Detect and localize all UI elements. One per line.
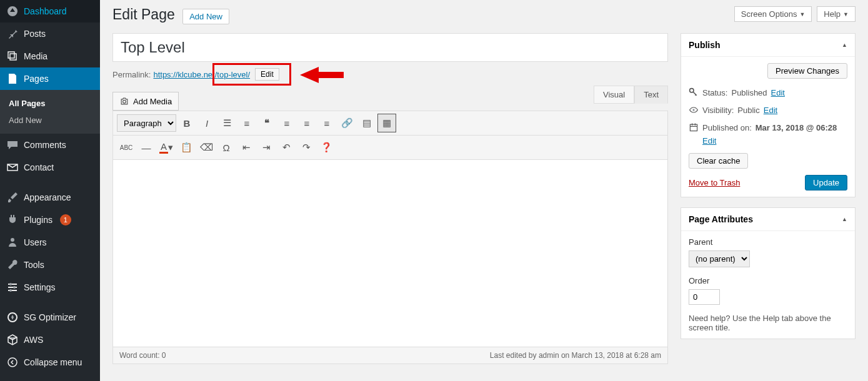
camera-icon — [119, 96, 129, 106]
blockquote-button[interactable]: ❝ — [257, 114, 276, 132]
sidebar-item-tools[interactable]: Tools — [0, 254, 100, 276]
text-color-button[interactable]: A ▾ — [157, 138, 176, 157]
numbered-list-button[interactable]: ≡ — [237, 114, 256, 132]
strikethrough-button[interactable]: ABC — [117, 138, 136, 157]
editor-mode-tabs: Visual Text — [594, 86, 668, 104]
edit-date-link[interactable]: Edit — [702, 136, 847, 146]
submenu-all-pages[interactable]: All Pages — [0, 95, 100, 112]
label: Appearance — [24, 192, 71, 202]
post-title-input[interactable] — [112, 33, 668, 62]
help-icon-button[interactable]: ❓ — [317, 138, 336, 157]
status-row: Status: Published Edit — [689, 87, 847, 97]
plugin-count-badge: 1 — [60, 214, 71, 225]
align-center-button[interactable]: ≡ — [297, 114, 316, 132]
sidebar-item-comments[interactable]: Comments — [0, 134, 100, 156]
link-button[interactable]: 🔗 — [337, 114, 356, 132]
comments-icon — [6, 139, 19, 151]
media-icon — [6, 50, 19, 62]
label: Plugins — [24, 215, 52, 225]
clear-formatting-button[interactable]: ⌫ — [197, 138, 216, 157]
add-media-button[interactable]: Add Media — [112, 92, 179, 111]
label: Tools — [24, 260, 44, 270]
help-button[interactable]: Help ▼ — [817, 6, 856, 22]
bold-button[interactable]: B — [177, 114, 196, 132]
chevron-up-icon: ▲ — [842, 216, 847, 222]
edit-status-link[interactable]: Edit — [771, 88, 785, 97]
indent-button[interactable]: ⇥ — [257, 138, 276, 157]
read-more-button[interactable]: ▤ — [357, 114, 376, 132]
svg-point-6 — [690, 89, 694, 92]
sidebar-item-users[interactable]: Users — [0, 231, 100, 254]
admin-sidebar: Dashboard Posts Media Pages All Pages Ad… — [0, 0, 100, 381]
content-editor[interactable] — [112, 160, 668, 347]
align-left-button[interactable]: ≡ — [277, 114, 296, 132]
sidebar-item-media[interactable]: Media — [0, 45, 100, 67]
redo-button[interactable]: ↷ — [297, 138, 316, 157]
preview-changes-button[interactable]: Preview Changes — [767, 63, 847, 79]
page-heading: Edit Page — [112, 6, 175, 23]
dashboard-icon — [6, 5, 19, 17]
sidebar-item-contact[interactable]: Contact — [0, 156, 100, 179]
label: Page Attributes — [689, 214, 753, 224]
wrench-icon — [6, 259, 19, 271]
move-to-trash-link[interactable]: Move to Trash — [689, 178, 740, 187]
sidebar-item-pages[interactable]: Pages — [0, 67, 100, 90]
label: Publish — [689, 40, 721, 50]
label: Dashboard — [24, 6, 67, 16]
special-char-button[interactable]: Ω — [217, 138, 236, 157]
chevron-up-icon: ▲ — [842, 42, 847, 48]
submenu-add-new[interactable]: Add New — [0, 112, 100, 129]
sidebar-item-settings[interactable]: Settings — [0, 276, 100, 299]
undo-button[interactable]: ↶ — [277, 138, 296, 157]
label: Add Media — [133, 97, 172, 106]
sidebar-item-aws[interactable]: AWS — [0, 329, 100, 351]
svg-point-4 — [8, 358, 17, 367]
svg-point-2 — [9, 289, 12, 292]
sidebar-item-sg-optimizer[interactable]: SG Optimizer — [0, 306, 100, 329]
outdent-button[interactable]: ⇤ — [237, 138, 256, 157]
editor-toolbar: Paragraph B I ☰ ≡ ❝ ≡ ≡ ≡ 🔗 ▤ ▦ — [112, 111, 668, 136]
page-attributes-metabox: Page Attributes ▲ Parent (no parent) Ord… — [681, 207, 856, 339]
screen-options-button[interactable]: Screen Options ▼ — [734, 6, 812, 22]
tab-text[interactable]: Text — [634, 86, 668, 104]
parent-select[interactable]: (no parent) — [689, 250, 750, 267]
collapse-icon — [6, 356, 19, 369]
permalink-row: Permalink: https://klcube.net/top-level/… — [112, 68, 668, 81]
edit-visibility-link[interactable]: Edit — [764, 106, 777, 115]
sidebar-submenu-pages: All Pages Add New — [0, 90, 100, 134]
sidebar-item-posts[interactable]: Posts — [0, 22, 100, 45]
order-input[interactable] — [689, 289, 720, 305]
paste-text-button[interactable]: 📋 — [177, 138, 196, 157]
sidebar-item-dashboard[interactable]: Dashboard — [0, 0, 100, 22]
mail-icon — [6, 161, 19, 174]
bulleted-list-button[interactable]: ☰ — [217, 114, 236, 132]
collapse-menu[interactable]: Collapse menu — [0, 351, 100, 374]
format-select[interactable]: Paragraph — [117, 114, 176, 132]
clear-cache-button[interactable]: Clear cache — [689, 153, 748, 169]
edit-slug-button[interactable]: Edit — [255, 68, 279, 81]
sidebar-item-appearance[interactable]: Appearance — [0, 186, 100, 209]
editor-footer: Word count: 0 Last edited by admin on Ma… — [112, 347, 668, 364]
toolbar-toggle-button[interactable]: ▦ — [377, 114, 396, 132]
last-edited: Last edited by admin on March 13, 2018 a… — [490, 351, 661, 360]
label: Comments — [24, 140, 66, 150]
align-right-button[interactable]: ≡ — [317, 114, 336, 132]
hr-button[interactable]: — — [137, 138, 156, 157]
chevron-down-icon: ▼ — [799, 11, 805, 17]
page-attributes-header[interactable]: Page Attributes ▲ — [681, 208, 855, 231]
svg-point-0 — [9, 283, 12, 285]
svg-point-7 — [692, 109, 694, 111]
publish-metabox-header[interactable]: Publish ▲ — [681, 34, 855, 57]
svg-point-5 — [123, 101, 126, 104]
label: Users — [24, 237, 47, 247]
permalink-link[interactable]: https://klcube.net/top-level/ — [153, 70, 250, 79]
update-button[interactable]: Update — [805, 175, 847, 190]
tab-visual[interactable]: Visual — [594, 86, 634, 104]
italic-button[interactable]: I — [197, 114, 216, 132]
permalink-label: Permalink: — [112, 70, 151, 79]
chevron-down-icon: ▼ — [843, 11, 849, 17]
sidebar-item-plugins[interactable]: Plugins 1 — [0, 209, 100, 231]
optimizer-icon — [6, 311, 19, 324]
visibility-row: Visibility: Public Edit — [689, 105, 847, 115]
add-new-button[interactable]: Add New — [182, 9, 229, 24]
